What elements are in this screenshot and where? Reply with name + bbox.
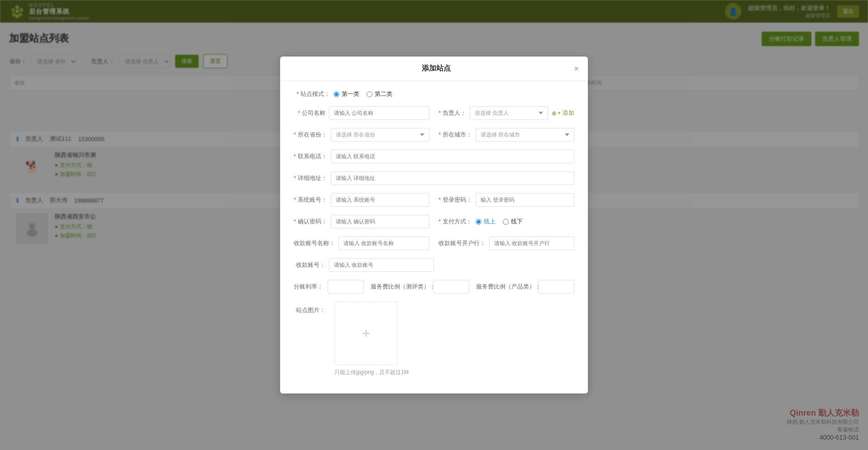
company-person-row: 公司名称 负责人： 请选择 负责人 ⊕ + 添加: [294, 106, 574, 120]
province-city-row: 所在省份： 请选择 所在省份 所在城市： 请选择 所在城市: [294, 128, 574, 142]
pay-option2-label: 线下: [511, 218, 523, 226]
mode-radio-input-2[interactable]: [367, 91, 372, 97]
city-item: 所在城市： 请选择 所在城市: [439, 128, 574, 142]
password-item: 登录密码：: [439, 193, 574, 207]
add-person-link[interactable]: ⊕ + 添加: [552, 109, 574, 117]
confirm-input[interactable]: [331, 215, 429, 228]
province-label-modal: 所在省份：: [294, 131, 327, 139]
address-label: 详细地址：: [294, 174, 327, 182]
province-item: 所在省份： 请选择 所在省份: [294, 128, 429, 142]
city-label: 所在城市：: [439, 131, 472, 139]
confirm-item: 确认密码：: [294, 215, 429, 228]
person-select-label: 负责人：: [439, 109, 466, 117]
province-select-modal[interactable]: 请选择 所在省份: [331, 128, 429, 142]
bank-row: 收款账号名称： 收款账号开户行：: [294, 237, 574, 250]
person-select-modal[interactable]: 请选择 负责人: [470, 106, 548, 120]
add-person-label: + 添加: [558, 109, 574, 117]
city-select[interactable]: 请选择 所在城市: [476, 128, 574, 142]
modal-title: 添加站点: [298, 64, 574, 73]
modal-header: 添加站点 ×: [280, 57, 588, 81]
modal-close-button[interactable]: ×: [574, 65, 579, 73]
bank-account-label: 收款账号：: [294, 261, 325, 263]
phone-row: 联系电话：: [294, 150, 574, 163]
account-input[interactable]: [331, 193, 429, 207]
modal-overlay: 添加站点 × * 站点模式： 第一类 第二类: [0, 0, 868, 263]
bank-branch-input[interactable]: [489, 237, 574, 250]
account-password-row: 系统账号： 登录密码：: [294, 193, 574, 207]
account-item: 系统账号：: [294, 193, 429, 207]
mode-radio-1[interactable]: 第一类: [334, 90, 359, 98]
pay-radio-offline-input[interactable]: [503, 219, 509, 225]
password-input[interactable]: [476, 193, 574, 207]
phone-input[interactable]: [331, 150, 574, 163]
pay-radio-online-input[interactable]: [476, 219, 482, 225]
pay-radio-online[interactable]: 线上: [476, 218, 496, 226]
address-input[interactable]: [331, 171, 574, 185]
company-item: 公司名称: [294, 106, 429, 120]
bank-branch-item: 收款账号开户行：: [439, 237, 574, 250]
bank-name-input[interactable]: [339, 237, 429, 250]
phone-label: 联系电话：: [294, 152, 327, 161]
pay-option1-label: 线上: [484, 218, 496, 226]
bank-branch-label: 收款账号开户行：: [439, 239, 486, 247]
bank-account-item: 收款账号：: [294, 258, 434, 263]
address-row: 详细地址：: [294, 171, 574, 185]
pay-method-label: 支付方式：: [439, 218, 472, 226]
pay-radio-group: 线上 线下: [476, 218, 523, 226]
add-icon: ⊕: [552, 110, 557, 117]
phone-item: 联系电话：: [294, 150, 574, 163]
confirm-label: 确认密码：: [294, 218, 327, 226]
bank-account-input[interactable]: [329, 258, 434, 263]
account-label: 系统账号：: [294, 196, 327, 204]
mode-item: * 站点模式： 第一类 第二类: [294, 90, 574, 98]
mode-label: * 站点模式：: [294, 90, 330, 98]
modal: 添加站点 × * 站点模式： 第一类 第二类: [280, 57, 588, 263]
mode-radio-group: 第一类 第二类: [334, 90, 392, 98]
password-label: 登录密码：: [439, 196, 472, 204]
mode-radio-input-1[interactable]: [334, 91, 339, 97]
pay-method-item: 支付方式： 线上 线下: [439, 218, 574, 226]
company-input[interactable]: [329, 106, 429, 120]
bank-name-label: 收款账号名称：: [294, 239, 335, 247]
bank-name-item: 收款账号名称：: [294, 237, 429, 250]
confirm-pay-row: 确认密码： 支付方式： 线上 线下: [294, 215, 574, 228]
address-item: 详细地址：: [294, 171, 574, 185]
mode-row: * 站点模式： 第一类 第二类: [294, 90, 574, 98]
modal-body: * 站点模式： 第一类 第二类 公司: [280, 81, 588, 263]
person-item: 负责人： 请选择 负责人 ⊕ + 添加: [439, 106, 574, 120]
mode-option2-label: 第二类: [375, 90, 392, 98]
company-label: 公司名称: [294, 109, 325, 117]
mode-radio-2[interactable]: 第二类: [367, 90, 392, 98]
bank-account-row: 收款账号：: [294, 258, 574, 263]
mode-option1-label: 第一类: [342, 90, 359, 98]
pay-radio-offline[interactable]: 线下: [503, 218, 523, 226]
